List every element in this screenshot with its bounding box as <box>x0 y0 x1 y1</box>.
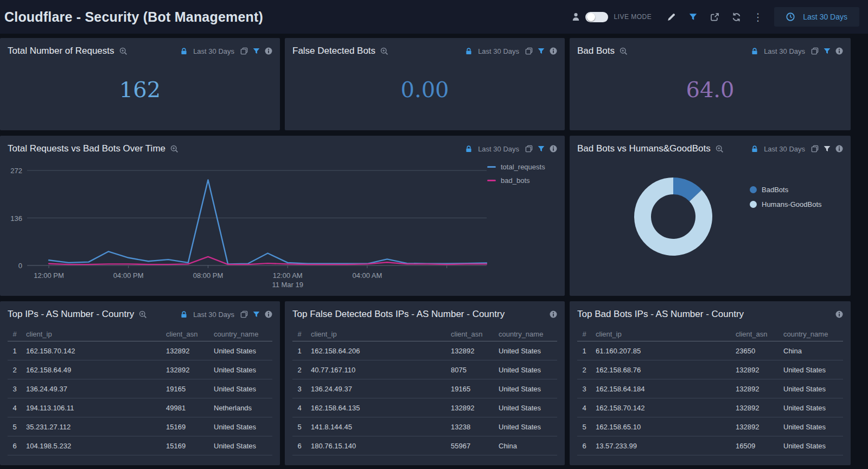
more-menu-button[interactable]: ⋮ <box>751 9 765 25</box>
magnifier-plus-icon[interactable] <box>119 47 127 55</box>
info-icon[interactable] <box>265 310 272 318</box>
table-cell: 162.158.70.142 <box>596 404 731 412</box>
funnel-icon[interactable] <box>824 48 831 55</box>
info-icon[interactable] <box>550 310 557 318</box>
lock-icon <box>181 311 187 318</box>
magnifier-plus-icon[interactable] <box>716 145 724 153</box>
column-header: # <box>577 330 591 338</box>
table-row: 5141.8.144.4513238United States <box>292 417 557 436</box>
table-row: 3136.24.49.3719165United States <box>8 379 272 398</box>
copy-icon[interactable] <box>240 310 248 318</box>
donut-chart[interactable] <box>634 177 713 256</box>
copy-icon[interactable] <box>525 47 533 55</box>
table-cell: Netherlands <box>214 404 275 412</box>
live-mode-toggle[interactable] <box>585 12 608 22</box>
panel-total-requests: Total Number of Requests Last 30 Days 16… <box>0 38 280 130</box>
table-cell: 4 <box>577 404 591 412</box>
table-cell: 6 <box>577 442 591 450</box>
table-cell: 40.77.167.110 <box>311 366 446 374</box>
copy-icon[interactable] <box>811 47 819 55</box>
legend-item[interactable]: total_requests <box>487 163 553 171</box>
magnifier-plus-icon[interactable] <box>380 47 388 55</box>
table-cell: 61.160.207.85 <box>596 347 731 355</box>
copy-icon[interactable] <box>240 47 248 55</box>
user-icon <box>572 12 580 21</box>
magnifier-plus-icon[interactable] <box>139 310 147 319</box>
table-cell: 132892 <box>736 404 779 412</box>
legend-item[interactable]: BadBots <box>750 186 822 194</box>
info-icon[interactable] <box>835 310 843 318</box>
funnel-icon[interactable] <box>538 145 545 153</box>
table-cell: 15169 <box>166 423 209 431</box>
table-row: 6104.198.5.23215169United States <box>8 436 272 455</box>
copy-icon[interactable] <box>811 145 819 153</box>
filter-button[interactable] <box>686 9 700 25</box>
legend-swatch <box>750 186 757 193</box>
table-cell: 49981 <box>166 404 209 412</box>
top-controls: LIVE MODE ⋮ Last 30 Days <box>572 7 859 27</box>
table-cell: 6 <box>8 442 22 450</box>
table-cell: 1 <box>577 347 591 355</box>
lock-icon <box>181 48 187 55</box>
svg-text:12:00 AM: 12:00 AM <box>273 271 303 280</box>
table-cell: 132892 <box>451 404 494 412</box>
table-row: 3136.24.49.3719165United States <box>292 379 557 398</box>
magnifier-plus-icon[interactable] <box>170 145 178 153</box>
table-cell: 5 <box>577 423 591 431</box>
table-cell: 13238 <box>451 423 494 431</box>
edit-button[interactable] <box>664 9 678 25</box>
funnel-icon[interactable] <box>824 145 831 153</box>
table-cell: United States <box>214 423 275 431</box>
table-cell: 162.158.64.49 <box>26 366 162 374</box>
magnifier-plus-icon[interactable] <box>620 47 628 55</box>
panel-top-bad-bots-ips: Top Bad Bots IPs - AS Number - Country #… <box>570 301 851 465</box>
table-cell: China <box>783 347 844 355</box>
info-icon[interactable] <box>550 47 557 55</box>
info-icon[interactable] <box>835 145 843 153</box>
panel-time-range: Last 30 Days <box>478 145 519 153</box>
table-cell: United States <box>783 366 844 374</box>
column-header: # <box>292 330 307 338</box>
kebab-menu-icon: ⋮ <box>753 12 763 22</box>
dashboard-title: Cloudflare - Security (Bot Management) <box>4 9 263 25</box>
table-cell: 162.158.64.184 <box>596 385 731 393</box>
table-cell: 132892 <box>736 385 779 393</box>
info-icon[interactable] <box>550 145 557 153</box>
table-row: 161.160.207.8523650China <box>577 341 843 360</box>
column-header: client_ip <box>26 330 162 338</box>
timeseries-chart[interactable]: 272136012:00 PM04:00 PM08:00 PM12:00 AM1… <box>8 155 487 291</box>
info-icon[interactable] <box>265 47 272 55</box>
panel-requests-vs-badbots-chart: Total Requests vs Bad Bots Over Time Las… <box>0 136 565 296</box>
funnel-icon[interactable] <box>253 311 260 318</box>
panel-top-ips: Top IPs - AS Number - Country Last 30 Da… <box>0 301 280 465</box>
panel-title: Bad Bots vs Humans&GoodBots <box>577 143 711 154</box>
panel-time-range: Last 30 Days <box>764 145 805 153</box>
legend-swatch <box>487 166 496 168</box>
column-header: country_name <box>783 330 844 338</box>
copy-icon[interactable] <box>525 145 533 153</box>
column-header: client_ip <box>596 330 731 338</box>
column-header: # <box>8 330 22 338</box>
data-table: #client_ipclient_asncountry_namebad161.1… <box>577 327 843 455</box>
table-cell: United States <box>499 404 559 412</box>
panel-time-range: Last 30 Days <box>478 47 519 55</box>
panel-time-range: Last 30 Days <box>764 47 805 55</box>
table-cell: 19165 <box>166 385 209 393</box>
legend-item[interactable]: bad_bots <box>487 176 553 185</box>
funnel-icon[interactable] <box>253 48 260 55</box>
share-button[interactable] <box>707 9 722 25</box>
legend-item[interactable]: Humans-GoodBots <box>750 200 822 208</box>
time-range-button[interactable]: Last 30 Days <box>774 7 859 27</box>
table-cell: United States <box>214 366 275 374</box>
info-icon[interactable] <box>835 47 843 55</box>
table-cell: United States <box>214 385 275 393</box>
svg-text:04:00 AM: 04:00 AM <box>352 271 382 280</box>
refresh-button[interactable] <box>729 9 743 25</box>
funnel-icon[interactable] <box>538 48 545 55</box>
top-bar: Cloudflare - Security (Bot Management) L… <box>0 0 868 34</box>
pencil-icon <box>667 12 676 22</box>
table-cell: 5 <box>292 423 307 431</box>
table-cell: 4 <box>8 404 22 412</box>
table-row: 1162.158.70.142132892United States <box>8 341 272 360</box>
svg-text:08:00 PM: 08:00 PM <box>193 271 224 280</box>
